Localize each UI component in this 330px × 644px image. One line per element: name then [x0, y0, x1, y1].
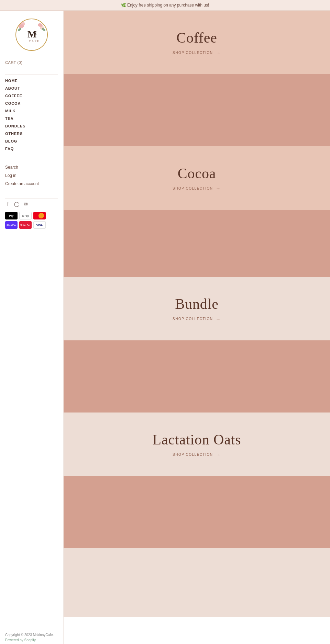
shopify-pay-badge: Shop Pay: [5, 221, 18, 229]
visa-badge: VISA: [33, 221, 46, 229]
cocoa-collection-top: Cocoa SHOP COLLECTION →: [64, 146, 330, 210]
nav-item-coffee[interactable]: COFFEE: [5, 92, 58, 99]
social-icons: f ◯ ✉: [5, 201, 58, 207]
nav-item-search[interactable]: Search: [5, 164, 58, 170]
svg-text:CAFE: CAFE: [29, 39, 40, 43]
lactation-shop-label: SHOP COLLECTION: [173, 453, 213, 456]
top-banner: 🌿 Enjoy free shipping on any purchase wi…: [0, 0, 330, 11]
coffee-title: Coffee: [176, 30, 217, 46]
sidebar: M s CAFE CART (0) HOME ABOUT COFFEE: [0, 11, 64, 644]
coffee-shop-link[interactable]: SHOP COLLECTION →: [173, 50, 221, 56]
lactation-collection-image: [64, 476, 330, 548]
union-pay-badge: Union Pay: [19, 221, 32, 229]
nav-item-milk[interactable]: MILK: [5, 108, 58, 114]
main-content: Coffee SHOP COLLECTION → Cocoa SHOP COLL…: [64, 11, 330, 644]
cocoa-collection-image: [64, 210, 330, 277]
coffee-collection-top: Coffee SHOP COLLECTION →: [64, 11, 330, 74]
facebook-icon[interactable]: f: [5, 201, 11, 207]
apple-pay-badge: Pay: [5, 212, 18, 219]
lactation-arrow-icon: →: [216, 452, 221, 457]
nav-item-tea[interactable]: TEA: [5, 115, 58, 121]
payment-methods: Pay G Pay Shop Pay Union Pay VISA: [5, 212, 58, 229]
bundle-section: Bundle SHOP COLLECTION →: [64, 277, 330, 413]
bundle-title: Bundle: [175, 296, 218, 312]
lactation-collection-top: Lactation Oats SHOP COLLECTION →: [64, 413, 330, 476]
cocoa-shop-label: SHOP COLLECTION: [173, 187, 213, 190]
nav-item-about[interactable]: ABOUT: [5, 85, 58, 91]
powered-by-link[interactable]: Powered by Shopify: [5, 638, 36, 642]
lactation-shop-link[interactable]: SHOP COLLECTION →: [173, 452, 221, 457]
cart-label[interactable]: CART (0): [5, 60, 58, 65]
nav-item-login[interactable]: Log in: [5, 172, 58, 178]
nav-item-bundles[interactable]: BUNDLES: [5, 123, 58, 129]
svg-text:s: s: [35, 31, 37, 36]
email-icon[interactable]: ✉: [23, 201, 29, 207]
main-nav: HOME ABOUT COFFEE COCOA MILK TEA BUNDLES…: [5, 77, 58, 153]
nav-divider-3: [5, 198, 58, 199]
last-section-image: [64, 548, 330, 617]
svg-point-11: [38, 213, 44, 218]
coffee-shop-label: SHOP COLLECTION: [173, 51, 213, 55]
instagram-icon[interactable]: ◯: [14, 201, 20, 207]
coffee-arrow-icon: →: [216, 50, 221, 56]
page-layout: M s CAFE CART (0) HOME ABOUT COFFEE: [0, 11, 330, 644]
nav-item-faq[interactable]: FAQ: [5, 145, 58, 151]
mastercard-badge: [33, 212, 46, 219]
cocoa-title: Cocoa: [178, 165, 216, 182]
nav-divider-2: [5, 161, 58, 161]
nav-item-others[interactable]: OTHERS: [5, 130, 58, 136]
lactation-title: Lactation Oats: [153, 431, 241, 448]
coffee-collection-image: [64, 74, 330, 146]
nav-item-create-account[interactable]: Create an account: [5, 180, 58, 187]
cocoa-section: Cocoa SHOP COLLECTION →: [64, 146, 330, 277]
google-pay-badge: G Pay: [19, 212, 32, 219]
logo-container[interactable]: M s CAFE: [5, 18, 58, 52]
bundle-shop-link[interactable]: SHOP COLLECTION →: [173, 316, 221, 322]
nav-divider-1: [5, 74, 58, 75]
coffee-section: Coffee SHOP COLLECTION →: [64, 11, 330, 146]
cocoa-shop-link[interactable]: SHOP COLLECTION →: [173, 186, 221, 191]
nav-item-home[interactable]: HOME: [5, 77, 58, 83]
bundle-collection-image: [64, 340, 330, 413]
lactation-section: Lactation Oats SHOP COLLECTION →: [64, 413, 330, 548]
cocoa-arrow-icon: →: [216, 186, 221, 191]
secondary-nav: Search Log in Create an account: [5, 164, 58, 189]
nav-item-cocoa[interactable]: COCOA: [5, 100, 58, 106]
bundle-shop-label: SHOP COLLECTION: [173, 317, 213, 321]
bundle-arrow-icon: →: [216, 316, 221, 322]
nav-item-blog[interactable]: BLOG: [5, 138, 58, 144]
copyright: Copyright © 2023 MskinnyCafe. Powered by…: [5, 632, 58, 643]
bundle-collection-top: Bundle SHOP COLLECTION →: [64, 277, 330, 340]
logo-icon: M s CAFE: [14, 18, 49, 52]
